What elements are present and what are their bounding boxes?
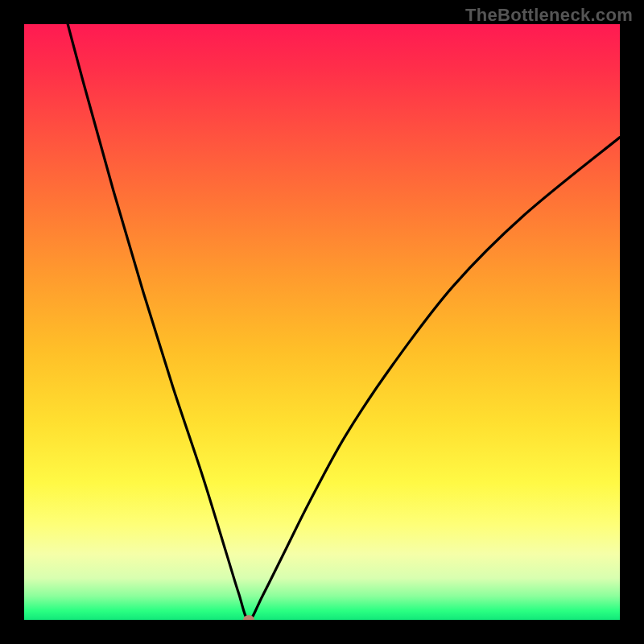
heat-gradient bbox=[24, 24, 620, 620]
outer-frame: TheBottleneck.com bbox=[0, 0, 644, 644]
plot-area bbox=[24, 24, 620, 620]
optimum-marker bbox=[243, 615, 254, 620]
watermark-label: TheBottleneck.com bbox=[465, 5, 633, 26]
